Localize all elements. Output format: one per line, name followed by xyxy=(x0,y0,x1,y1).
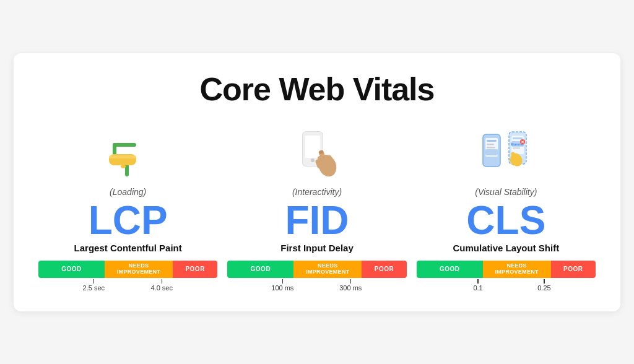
fid-bar-track: GOOD NEEDSIMPROVEMENT POOR xyxy=(227,261,406,278)
cls-bar-track: GOOD NEEDSIMPROVEMENT POOR xyxy=(417,261,596,278)
cls-tick1-line xyxy=(477,279,479,284)
fid-bar-container: GOOD NEEDSIMPROVEMENT POOR 100 ms xyxy=(227,261,406,292)
svg-rect-24 xyxy=(513,137,523,139)
svg-rect-4 xyxy=(109,155,136,158)
page-title: Core Web Vitals xyxy=(38,71,596,108)
lcp-icon-area xyxy=(100,123,156,184)
fid-bar-needs: NEEDSIMPROVEMENT xyxy=(293,261,362,278)
fid-tick1-label: 100 ms xyxy=(271,284,293,292)
cls-bar-needs: NEEDSIMPROVEMENT xyxy=(483,261,551,278)
cls-subtitle: (Visual Stability) xyxy=(475,187,537,197)
lcp-tick2-line xyxy=(162,279,163,284)
svg-rect-20 xyxy=(487,147,495,149)
vital-card-cls: Banner ✕ (Visual Stability) CLS Cumulati… xyxy=(417,123,596,292)
lcp-subtitle: (Loading) xyxy=(110,187,146,197)
svg-rect-8 xyxy=(305,136,320,158)
lcp-abbr: LCP xyxy=(89,201,168,240)
lcp-tick1-label: 2.5 sec xyxy=(83,284,105,292)
svg-text:✕: ✕ xyxy=(521,140,524,144)
fid-abbr: FID xyxy=(285,201,349,240)
cls-abbr: CLS xyxy=(466,201,545,240)
fid-tick1-line xyxy=(282,279,284,284)
fid-subtitle: (Interactivity) xyxy=(292,187,342,197)
fid-bar-poor: POOR xyxy=(362,261,406,278)
lcp-bar-track: GOOD NEEDSIMPROVEMENT POOR xyxy=(38,261,217,278)
cls-bar-labels: 0.1 0.25 xyxy=(417,279,596,292)
cls-icon-area: Banner ✕ xyxy=(478,123,534,184)
cls-bar-container: GOOD NEEDSIMPROVEMENT POOR 0.1 0 xyxy=(417,261,596,292)
lcp-tick2-label: 4.0 sec xyxy=(151,284,173,292)
lcp-bar-needs: NEEDSIMPROVEMENT xyxy=(105,261,173,278)
main-container: Core Web Vitals xyxy=(14,53,620,311)
svg-rect-21 xyxy=(485,149,498,155)
phone-tap-icon xyxy=(289,126,345,181)
svg-rect-19 xyxy=(487,144,494,145)
cls-bar-good: GOOD xyxy=(417,261,483,278)
fid-bar-good: GOOD xyxy=(227,261,293,278)
cls-bar-poor: POOR xyxy=(551,261,596,278)
svg-point-9 xyxy=(311,158,315,162)
lcp-bar-poor: POOR xyxy=(173,261,217,278)
vital-card-fid: (Interactivity) FID First Input Delay GO… xyxy=(227,123,406,292)
svg-rect-18 xyxy=(487,140,497,142)
vitals-grid: (Loading) LCP Largest Contentful Paint G… xyxy=(38,123,596,292)
svg-rect-25 xyxy=(513,147,520,149)
fid-bar-labels: 100 ms 300 ms xyxy=(227,279,406,292)
cls-tick1-label: 0.1 xyxy=(473,284,482,292)
lcp-bar-container: GOOD NEEDSIMPROVEMENT POOR 2.5 sec xyxy=(38,261,217,292)
fid-name: First Input Delay xyxy=(280,243,354,253)
fid-tick2-label: 300 ms xyxy=(339,284,362,292)
layout-shift-icon: Banner ✕ xyxy=(478,126,534,181)
cls-name: Cumulative Layout Shift xyxy=(453,243,559,253)
lcp-bar-good: GOOD xyxy=(38,261,105,278)
lcp-tick1-line xyxy=(93,279,95,284)
paint-roller-icon xyxy=(100,126,156,181)
fid-tick2-line xyxy=(350,279,352,284)
vital-card-lcp: (Loading) LCP Largest Contentful Paint G… xyxy=(38,123,217,292)
cls-tick2-line xyxy=(544,279,545,284)
fid-icon-area xyxy=(289,123,345,184)
cls-tick2-label: 0.25 xyxy=(537,284,550,292)
lcp-bar-labels: 2.5 sec 4.0 sec xyxy=(38,279,217,292)
lcp-name: Largest Contentful Paint xyxy=(74,243,182,253)
